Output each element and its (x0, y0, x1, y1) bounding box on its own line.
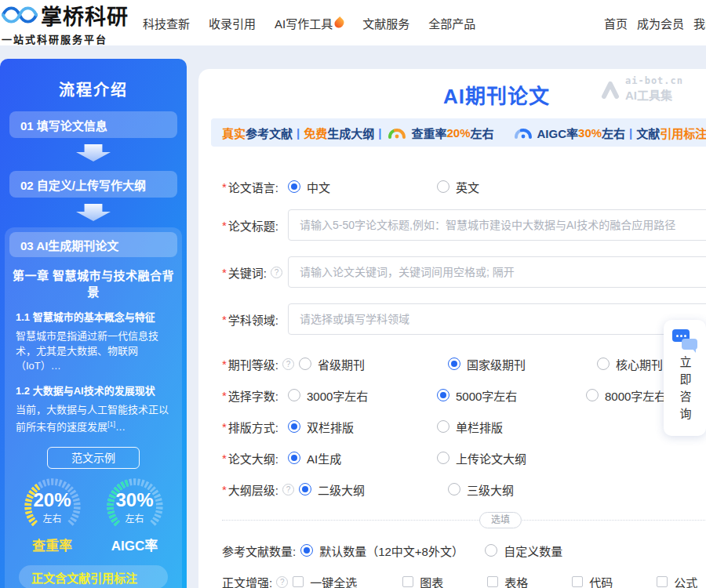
chat-bubbles-icon (672, 329, 697, 350)
radio-dot (291, 455, 297, 461)
enhance-option-5[interactable]: 公式 (657, 574, 706, 588)
field-label-language: *论文语言: (222, 179, 283, 195)
radio-selected-icon[interactable] (288, 452, 300, 464)
field-label-text: 学科领域: (228, 311, 278, 328)
radio-dot (451, 361, 457, 367)
title-input[interactable] (288, 209, 706, 241)
help-icon[interactable]: ? (282, 484, 294, 495)
checkbox-icon[interactable] (487, 576, 498, 587)
option-label: 双栏排版 (307, 419, 354, 435)
field-label-outline: *论文大纲: (222, 450, 283, 466)
word_count-option-1[interactable]: 3000字左右 (288, 387, 437, 404)
radio-selected-icon[interactable] (437, 389, 449, 401)
radio-selected-icon[interactable] (299, 483, 311, 495)
radio-icon[interactable] (597, 358, 610, 370)
sample-essay-button[interactable]: 范文示例 (47, 447, 140, 469)
option-label: 国家级期刊 (467, 356, 526, 372)
checkbox-icon[interactable] (657, 576, 668, 587)
option-label: 8000字左右 (605, 387, 666, 404)
option-label: 上传论文大纲 (456, 450, 526, 466)
radio-selected-icon[interactable] (300, 544, 313, 557)
radio-dot (291, 183, 297, 190)
watermark: ai-bot.cn AI工具集 (600, 75, 683, 103)
step-2-outline[interactable]: 02 自定义/上传写作大纲 (9, 171, 177, 198)
checkbox-icon[interactable] (572, 576, 583, 587)
journal_level-option-1[interactable]: 省级期刊 (299, 356, 448, 372)
keywords-input[interactable] (288, 256, 706, 288)
gauge-value: 30% (115, 491, 153, 510)
outline-option-2[interactable]: 上传论文大纲 (437, 450, 586, 466)
radio-icon[interactable] (448, 483, 460, 495)
banner-text: | (378, 126, 381, 140)
radio-icon[interactable] (299, 358, 311, 370)
help-icon[interactable]: ? (271, 267, 282, 278)
nav-item-5[interactable]: 全部产品 (428, 15, 475, 31)
preview-heading-1: 1.1 智慧城市的基本概念与特征 (16, 309, 171, 324)
banner-text: 参考文献 (246, 125, 293, 141)
radio-icon[interactable] (437, 452, 449, 464)
nav-item-label: AI写作工具 (275, 15, 333, 31)
outline_level-option-2[interactable]: 三级大纲 (448, 481, 597, 498)
checkbox-icon[interactable] (293, 576, 304, 587)
layout-option-1[interactable]: 双栏排版 (288, 419, 437, 435)
form-row-language: *论文语言:中文英文 (222, 178, 706, 195)
radio-icon[interactable] (586, 389, 599, 401)
ref_count-option-2[interactable]: 自定义数量 (485, 543, 669, 559)
field-label-text: 正文增强: (222, 574, 272, 588)
outline_level-option-1[interactable]: 二级大纲 (299, 481, 448, 498)
field-label-text: 选择字数: (228, 387, 278, 404)
feature-pills: 正文含文献引用标注支持图表/表格/公式/代码 (9, 565, 177, 588)
radio-selected-icon[interactable] (288, 180, 300, 193)
nav-right-item-3[interactable]: 我的 (693, 15, 706, 31)
outline-option-1[interactable]: AI生成 (288, 450, 437, 466)
banner-text: 30% (578, 126, 602, 140)
main-card: ai-bot.cn AI工具集 AI期刊论文 真实参考文献|免费生成大纲| 查重… (198, 69, 706, 588)
enhance-option-4[interactable]: 代码 (572, 574, 657, 588)
radio-icon[interactable] (485, 544, 497, 557)
checkbox-icon[interactable] (402, 576, 413, 587)
nav-right-item-1[interactable]: 首页 (604, 15, 628, 31)
enhance-option-2[interactable]: 图表 (402, 574, 487, 588)
radio-dot (440, 392, 446, 398)
field-label-enhance: 正文增强:? (222, 574, 288, 588)
flame-icon (333, 16, 346, 30)
language-option-1[interactable]: 中文 (288, 179, 437, 195)
radio-icon[interactable] (437, 420, 449, 433)
ref_count-option-1[interactable]: 默认数量（12中文+8外文） (300, 543, 485, 559)
gauge-blue-icon (513, 125, 533, 140)
required-asterisk: * (222, 389, 227, 402)
layout-option-2[interactable]: 单栏排版 (437, 419, 586, 435)
nav-right-item-2[interactable]: 成为会员 (637, 15, 684, 31)
language-option-2[interactable]: 英文 (437, 179, 586, 195)
help-icon[interactable]: ? (282, 358, 294, 370)
consult-button[interactable]: 立即咨询 (664, 320, 706, 436)
radio-icon[interactable] (288, 389, 300, 401)
gauge-ring: 20%左右 (21, 477, 84, 536)
banner-text: AIGC率 (537, 125, 579, 141)
nav-item-4[interactable]: 文献服务 (362, 15, 409, 31)
radio-selected-icon[interactable] (448, 358, 460, 370)
radio-selected-icon[interactable] (288, 420, 300, 433)
journal_level-option-2[interactable]: 国家级期刊 (448, 356, 597, 372)
preview-heading-2: 1.2 大数据与AI技术的发展现状 (16, 383, 171, 397)
enhance-option-1[interactable]: 一键全选 (293, 574, 402, 588)
enhance-option-3[interactable]: 表格 (487, 574, 572, 588)
feature-pill-1: 正文含文献引用标注 (19, 565, 168, 588)
step-1-fill-info[interactable]: 01 填写论文信息 (9, 111, 177, 138)
nav-item-label: 全部产品 (428, 15, 475, 31)
form-row-subject: *学科领域: (222, 303, 706, 335)
help-icon[interactable]: ? (276, 576, 288, 588)
step-3-generate[interactable]: 03 AI生成期刊论文 (9, 232, 177, 257)
nav-item-3[interactable]: AI写作工具 (275, 15, 344, 31)
preview-paragraph-2: 当前，大数据与人工智能技术正以前所未有的速度发展[1]… (16, 402, 171, 434)
subject-input[interactable] (288, 303, 706, 335)
field-label-ref_count: 参考文献数量: (222, 543, 296, 559)
nav-item-2[interactable]: 收录引用 (209, 15, 256, 31)
required-asterisk: * (222, 180, 227, 194)
radio-icon[interactable] (437, 180, 449, 193)
nav-item-1[interactable]: 科技查新 (143, 15, 190, 31)
required-asterisk: * (222, 266, 227, 279)
gauge-label: 查重率 (13, 535, 92, 554)
word_count-option-2[interactable]: 5000字左右 (437, 387, 586, 404)
logo[interactable]: 掌桥科研 一站式科研服务平台 (2, 0, 129, 46)
